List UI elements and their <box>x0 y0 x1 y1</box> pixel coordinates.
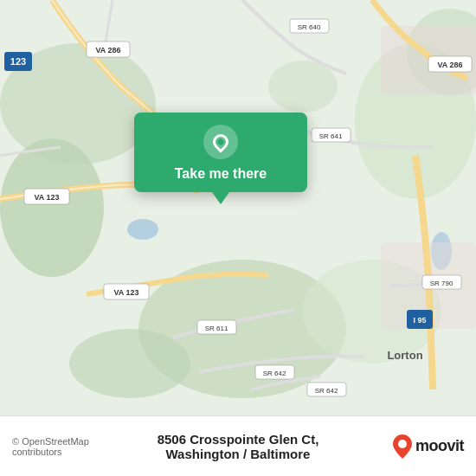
svg-point-38 <box>398 440 407 448</box>
popup-card[interactable]: Take me there <box>134 113 307 192</box>
bottom-bar: © OpenStreetMap contributors 8506 Crossp… <box>0 415 476 476</box>
svg-text:SR 640: SR 640 <box>298 23 321 31</box>
moovit-brand-text: moovit <box>415 437 464 455</box>
svg-text:SR 611: SR 611 <box>205 325 228 332</box>
svg-point-2 <box>0 138 104 277</box>
svg-point-8 <box>69 329 190 398</box>
moovit-pin-icon <box>393 434 412 459</box>
svg-text:SR 642: SR 642 <box>263 370 286 377</box>
svg-text:SR 642: SR 642 <box>315 387 338 395</box>
copyright-text: © OpenStreetMap contributors <box>12 436 125 457</box>
address-text: 8506 Crosspointe Glen Ct, Washington / B… <box>125 432 351 461</box>
svg-text:VA 286: VA 286 <box>95 46 120 55</box>
svg-text:123: 123 <box>10 56 26 67</box>
svg-text:VA 286: VA 286 <box>437 61 462 69</box>
svg-text:SR 641: SR 641 <box>319 132 343 140</box>
map-svg: VA 286 VA 286 123 VA 123 VA 123 SR 640 S… <box>0 0 476 415</box>
svg-text:VA 123: VA 123 <box>113 288 138 297</box>
pin-icon-circle <box>203 125 238 159</box>
svg-text:Lorton: Lorton <box>387 349 422 362</box>
map-container: VA 286 VA 286 123 VA 123 VA 123 SR 640 S… <box>0 0 476 415</box>
svg-text:SR 790: SR 790 <box>430 280 453 287</box>
svg-text:I 95: I 95 <box>413 316 426 325</box>
svg-point-7 <box>268 61 338 113</box>
take-me-there-button[interactable]: Take me there <box>175 166 267 182</box>
location-pin-icon <box>209 131 231 152</box>
moovit-logo: moovit <box>351 434 465 459</box>
svg-text:VA 123: VA 123 <box>34 193 59 202</box>
svg-point-9 <box>127 219 158 240</box>
